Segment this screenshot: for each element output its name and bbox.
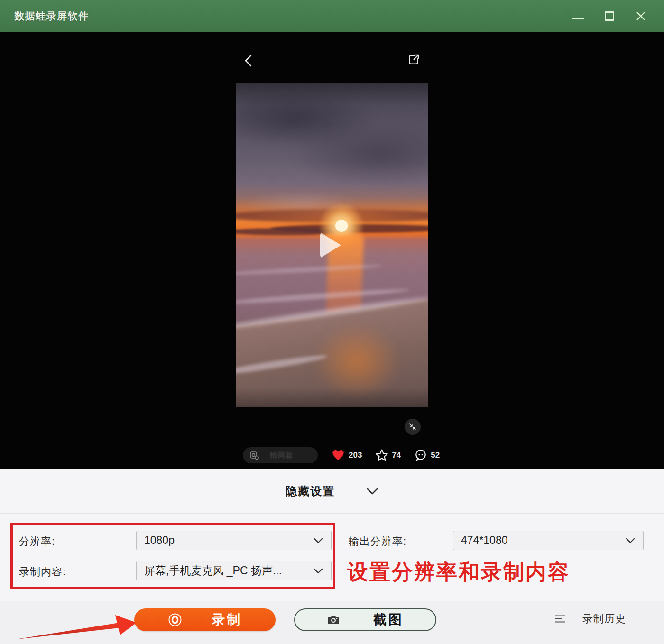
hide-settings-toggle[interactable]: 隐藏设置 xyxy=(0,469,664,514)
resolution-value: 1080p xyxy=(144,534,309,547)
shoot-same-pill[interactable]: 拍同款 xyxy=(243,447,318,463)
output-resolution-dropdown[interactable]: 474*1080 xyxy=(453,531,644,550)
video-social-bar: 拍同款 203 74 52 xyxy=(243,447,440,464)
screenshot-button-label: 截图 xyxy=(373,611,404,629)
chevron-down-icon xyxy=(366,488,378,495)
close-icon xyxy=(635,10,646,22)
back-button[interactable] xyxy=(241,52,256,69)
collapse-arrows-icon xyxy=(408,423,417,431)
minimize-icon xyxy=(572,18,584,19)
pill-divider xyxy=(265,451,265,460)
share-button[interactable] xyxy=(405,51,422,68)
chevron-down-icon xyxy=(625,537,636,544)
app-window: 数据蛙录屏软件 xyxy=(0,0,664,644)
hide-settings-label: 隐藏设置 xyxy=(286,484,335,499)
minimize-button[interactable] xyxy=(572,10,584,22)
output-resolution-value: 474*1080 xyxy=(461,534,621,547)
resolution-label: 分辨率: xyxy=(19,534,55,549)
external-link-icon xyxy=(406,52,421,67)
collapse-button[interactable] xyxy=(405,419,421,435)
record-content-dropdown[interactable]: 屏幕,手机麦克风 _PC 扬声... xyxy=(136,561,332,580)
annotation-text: 设置分辨率和录制内容 xyxy=(347,558,570,586)
screenshot-button[interactable]: 截图 xyxy=(294,608,436,631)
action-bar: 录制 截图 录制历史 xyxy=(0,601,664,644)
output-resolution-label: 输出分辨率: xyxy=(349,534,406,549)
video-preview xyxy=(236,83,428,407)
settings-area: 分辨率: 1080p 录制内容: 屏幕,手机麦克风 _PC 扬声... 输出分辨… xyxy=(0,514,664,601)
favorites-count: 74 xyxy=(392,451,401,460)
record-button-label: 录制 xyxy=(212,611,242,629)
list-icon xyxy=(554,613,566,625)
chevron-down-icon xyxy=(313,537,323,544)
camera-small-icon xyxy=(249,450,260,461)
favorites-stat[interactable]: 74 xyxy=(375,449,401,462)
record-content-label: 录制内容: xyxy=(19,565,66,579)
record-icon xyxy=(168,613,182,627)
close-button[interactable] xyxy=(635,10,647,22)
app-title: 数据蛙录屏软件 xyxy=(14,9,89,23)
record-button[interactable]: 录制 xyxy=(134,608,276,631)
chevron-down-icon xyxy=(313,568,323,574)
record-content-value: 屏幕,手机麦克风 _PC 扬声... xyxy=(144,563,309,578)
play-icon[interactable] xyxy=(320,232,341,258)
pill-watermark-text: 拍同款 xyxy=(270,451,294,460)
maximize-button[interactable] xyxy=(603,10,616,22)
comments-count: 52 xyxy=(431,451,440,460)
comments-stat[interactable]: 52 xyxy=(414,449,440,462)
titlebar: 数据蛙录屏软件 xyxy=(0,0,664,32)
heart-icon xyxy=(331,449,345,462)
back-chevron-icon xyxy=(243,54,254,68)
star-icon xyxy=(375,449,388,462)
camera-icon xyxy=(327,613,340,626)
record-history-label: 录制历史 xyxy=(582,612,626,626)
settings-panel: 隐藏设置 分辨率: 1080p 录制内容: 屏幕,手机麦克风 _PC 扬声...… xyxy=(0,469,664,644)
likes-stat[interactable]: 203 xyxy=(331,449,362,462)
window-controls xyxy=(572,10,650,22)
maximize-icon xyxy=(605,11,614,21)
annotation-arrow xyxy=(15,613,137,640)
phone-mirror-stage: 拍同款 203 74 52 xyxy=(0,32,664,469)
comment-icon xyxy=(414,449,427,462)
record-history-button[interactable]: 录制历史 xyxy=(554,612,626,626)
resolution-dropdown[interactable]: 1080p xyxy=(136,531,332,550)
likes-count: 203 xyxy=(349,451,362,460)
